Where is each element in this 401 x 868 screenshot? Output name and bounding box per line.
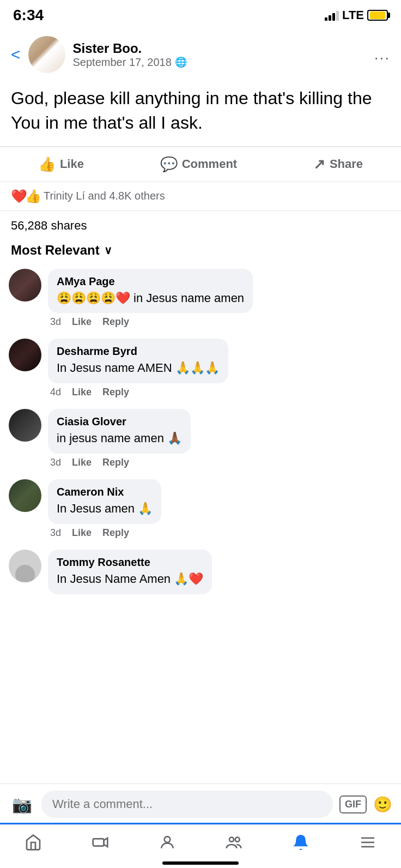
comment-button[interactable]: 💬 Comment bbox=[149, 150, 248, 178]
status-icons: LTE ⚡ bbox=[325, 8, 388, 22]
comment-input[interactable] bbox=[41, 791, 333, 818]
like-icon: 👍 bbox=[38, 156, 56, 173]
comment-icon: 💬 bbox=[160, 156, 178, 173]
comment-item: Ciasia Glover in jesus name amen 🙏🏾 3d L… bbox=[9, 409, 392, 468]
shares-row: 56,288 shares bbox=[0, 211, 401, 237]
signal-icon bbox=[325, 10, 339, 21]
reactions-row: ❤️ 👍 Trinity Lí and 4.8K others bbox=[0, 182, 401, 211]
post-meta: Sister Boo. September 17, 2018 🌐 bbox=[73, 41, 367, 69]
comment-input-bar: 📷 GIF 🙂 bbox=[0, 783, 401, 824]
comment-like-button[interactable]: Like bbox=[72, 457, 92, 468]
home-indicator bbox=[162, 861, 239, 865]
camera-button[interactable]: 📷 bbox=[9, 791, 35, 817]
globe-icon: 🌐 bbox=[175, 56, 187, 68]
shares-count: 56,288 shares bbox=[11, 219, 87, 232]
battery-icon: ⚡ bbox=[367, 10, 388, 21]
post-header: < Sister Boo. September 17, 2018 🌐 ... bbox=[0, 28, 401, 81]
profile-icon bbox=[159, 834, 176, 855]
comment-reply-button[interactable]: Reply bbox=[102, 457, 129, 468]
menu-icon bbox=[359, 834, 376, 855]
comment-text: 😩😩😩😩❤️ in Jesus name amen bbox=[57, 290, 244, 307]
comment-bubble: Tommy Rosanette In Jesus Name Amen 🙏❤️ bbox=[48, 550, 212, 594]
comment-text: In Jesus Name Amen 🙏❤️ bbox=[57, 571, 203, 588]
reaction-emojis: ❤️ 👍 bbox=[11, 189, 39, 204]
comment-content: Tommy Rosanette In Jesus Name Amen 🙏❤️ bbox=[48, 550, 212, 594]
comment-bubble: Ciasia Glover in jesus name amen 🙏🏾 bbox=[48, 409, 191, 454]
comment-reply-button[interactable]: Reply bbox=[102, 387, 129, 398]
more-button[interactable]: ... bbox=[374, 46, 390, 63]
comments-section: AMya Page 😩😩😩😩❤️ in Jesus name amen 3d L… bbox=[0, 269, 401, 594]
commenter-name: Desharme Byrd bbox=[57, 345, 220, 358]
comment-label: Comment bbox=[182, 157, 237, 171]
comment-time: 4d bbox=[50, 387, 61, 398]
sort-label: Most Relevant bbox=[11, 243, 100, 258]
comment-item: Desharme Byrd In Jesus name AMEN 🙏🙏🙏 4d … bbox=[9, 339, 392, 398]
comment-like-button[interactable]: Like bbox=[72, 387, 92, 398]
comment-like-button[interactable]: Like bbox=[72, 527, 92, 539]
bell-icon bbox=[292, 834, 309, 855]
nav-home[interactable] bbox=[11, 833, 55, 857]
share-button[interactable]: ↗ Share bbox=[302, 150, 374, 178]
avatar bbox=[9, 550, 41, 582]
svg-rect-0 bbox=[93, 839, 104, 846]
comment-item: Cameron Nix In Jesus amen 🙏 3d Like Repl… bbox=[9, 479, 392, 539]
comment-bubble: Cameron Nix In Jesus amen 🙏 bbox=[48, 479, 161, 524]
gif-button[interactable]: GIF bbox=[339, 795, 367, 813]
svg-marker-1 bbox=[104, 838, 108, 847]
video-icon bbox=[92, 834, 109, 855]
comment-reply-button[interactable]: Reply bbox=[102, 527, 129, 539]
post-date: September 17, 2018 🌐 bbox=[73, 56, 367, 69]
svg-point-2 bbox=[164, 836, 170, 842]
nav-menu[interactable] bbox=[346, 833, 390, 857]
commenter-name: AMya Page bbox=[57, 275, 244, 288]
emoji-button[interactable]: 🙂 bbox=[373, 795, 392, 813]
avatar bbox=[9, 479, 41, 512]
reaction-count: Trinity Lí and 4.8K others bbox=[44, 190, 165, 202]
camera-icon: 📷 bbox=[12, 795, 32, 814]
friends-icon bbox=[225, 834, 242, 855]
commenter-name: Ciasia Glover bbox=[57, 415, 182, 428]
comment-text: in jesus name amen 🙏🏾 bbox=[57, 430, 182, 447]
action-bar: 👍 Like 💬 Comment ↗ Share bbox=[0, 147, 401, 182]
like-button[interactable]: 👍 Like bbox=[27, 150, 95, 178]
comment-bubble: AMya Page 😩😩😩😩❤️ in Jesus name amen bbox=[48, 269, 253, 314]
svg-point-3 bbox=[229, 837, 234, 841]
comment-time: 3d bbox=[50, 527, 61, 539]
status-bar: 6:34 LTE ⚡ bbox=[0, 0, 401, 28]
comment-text: In Jesus amen 🙏 bbox=[57, 501, 153, 517]
comment-content: AMya Page 😩😩😩😩❤️ in Jesus name amen 3d L… bbox=[48, 269, 253, 328]
comment-content: Cameron Nix In Jesus amen 🙏 3d Like Repl… bbox=[48, 479, 161, 539]
comment-time: 3d bbox=[50, 316, 61, 328]
comment-content: Ciasia Glover in jesus name amen 🙏🏾 3d L… bbox=[48, 409, 191, 468]
post-author-avatar bbox=[28, 36, 65, 73]
nav-friends[interactable] bbox=[212, 833, 256, 857]
nav-notifications[interactable] bbox=[279, 833, 323, 857]
comment-item: Tommy Rosanette In Jesus Name Amen 🙏❤️ bbox=[9, 550, 392, 594]
comment-like-button[interactable]: Like bbox=[72, 316, 92, 328]
svg-point-4 bbox=[235, 837, 240, 841]
commenter-name: Tommy Rosanette bbox=[57, 556, 203, 569]
home-icon bbox=[25, 834, 42, 855]
lte-label: LTE bbox=[342, 8, 364, 22]
like-label: Like bbox=[60, 157, 84, 171]
nav-profile[interactable] bbox=[145, 833, 189, 857]
back-button[interactable]: < bbox=[11, 45, 21, 64]
avatar bbox=[9, 339, 41, 371]
comment-actions: 3d Like Reply bbox=[48, 527, 161, 539]
status-time: 6:34 bbox=[13, 7, 44, 24]
like-reaction: 👍 bbox=[25, 189, 41, 204]
comment-content: Desharme Byrd In Jesus name AMEN 🙏🙏🙏 4d … bbox=[48, 339, 228, 398]
comment-actions: 3d Like Reply bbox=[48, 316, 253, 328]
sort-selector[interactable]: Most Relevant ∨ bbox=[0, 237, 401, 269]
comment-item: AMya Page 😩😩😩😩❤️ in Jesus name amen 3d L… bbox=[9, 269, 392, 328]
comment-reply-button[interactable]: Reply bbox=[102, 316, 129, 328]
share-label: Share bbox=[330, 157, 363, 171]
comment-bubble: Desharme Byrd In Jesus name AMEN 🙏🙏🙏 bbox=[48, 339, 228, 383]
comment-time: 3d bbox=[50, 457, 61, 468]
comment-text: In Jesus name AMEN 🙏🙏🙏 bbox=[57, 360, 220, 377]
commenter-name: Cameron Nix bbox=[57, 486, 153, 498]
avatar bbox=[9, 409, 41, 442]
chevron-down-icon: ∨ bbox=[104, 244, 112, 257]
share-icon: ↗ bbox=[313, 156, 325, 173]
nav-video[interactable] bbox=[78, 833, 122, 857]
